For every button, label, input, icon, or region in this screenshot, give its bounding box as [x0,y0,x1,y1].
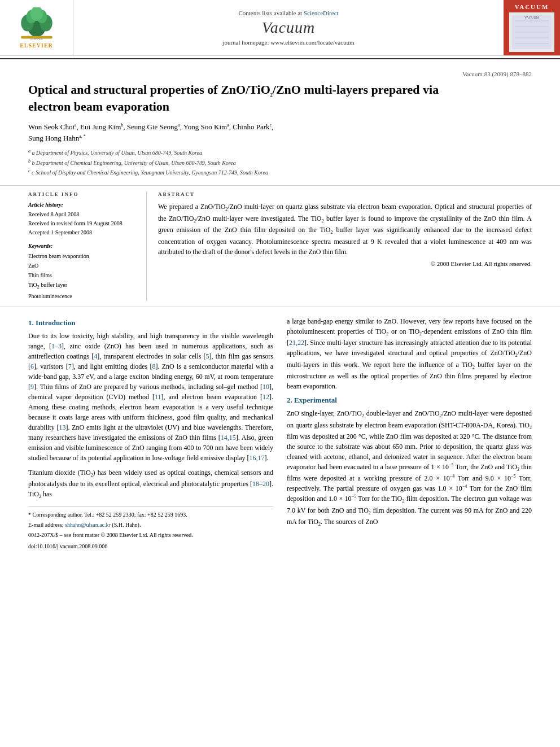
intro-paragraph-2: Titanium dioxide (TiO2) has been widely … [28,468,273,501]
svg-text:ELSEVIER: ELSEVIER [30,38,43,41]
abstract-column: ABSTRACT We prepared a ZnO/TiO2/ZnO mult… [158,191,532,301]
science-direct-link[interactable]: ScienceDirect [304,10,339,16]
right-column: a large band-gap energy similar to ZnO. … [287,316,532,551]
ref-21-22[interactable]: 21,22 [289,339,304,347]
info-section: ARTICLE INFO Article history: Received 8… [0,186,560,307]
email-link[interactable]: shhahn@ulsan.ac.kr [65,522,111,528]
journal-header-center: Contents lists available at ScienceDirec… [73,0,504,55]
keyword-4: TiO2 buffer layer [28,280,138,291]
article-header: Vacuum 83 (2009) 878–882 Optical and str… [0,59,560,186]
ref-7[interactable]: 7 [68,362,72,370]
ref-16-17[interactable]: 16,17 [250,454,265,462]
vacuum-cover-image: VACUUM [509,12,554,52]
ref-10[interactable]: 10 [262,383,269,391]
main-content: 1. Introduction Due to its low toxicity,… [0,307,560,560]
keyword-2: ZnO [28,261,138,270]
article-info-column: ARTICLE INFO Article history: Received 8… [28,191,147,301]
science-direct-text: Contents lists available at ScienceDirec… [238,10,338,16]
elsevier-brand: ELSEVIER [20,42,53,49]
abstract-text: We prepared a ZnO/TiO2/ZnO multi-layer o… [158,202,532,256]
experimental-title: 2. Experimental [287,396,532,405]
accepted-date: Accepted 1 September 2008 [28,228,138,237]
left-column: 1. Introduction Due to its low toxicity,… [28,316,273,551]
received-revised-date: Received in revised form 19 August 2008 [28,219,138,228]
ref-6[interactable]: 6 [30,362,34,370]
article-authors: Won Seok Choia, Eui Jung Kimb, Seung Gie… [28,121,532,143]
ref-18-20[interactable]: 18–20 [252,480,269,488]
ref-14-15[interactable]: 14,15 [221,434,236,442]
article-info-label: ARTICLE INFO [28,191,138,197]
vacuum-logo-box: VACUUM VACUUM [504,0,560,55]
abstract-label: ABSTRACT [158,191,532,197]
page-header: ELSEVIER ELSEVIER Contents lists availab… [0,0,560,59]
affiliations: a a Department of Physics, University of… [28,148,532,177]
ref-8[interactable]: 8 [152,362,156,370]
keyword-3: Thin films [28,270,138,280]
journal-name-header: Vacuum [262,19,316,37]
ref-5[interactable]: 5 [206,352,209,360]
footnote-area: * Corresponding author. Tel.: +82 52 259… [28,506,273,551]
email-footnote: E-mail address: shhahn@ulsan.ac.kr (S.H.… [28,521,273,530]
elsevier-logo: ELSEVIER ELSEVIER [0,0,73,55]
vacuum-brand: VACUUM [515,3,549,10]
received-date: Received 8 April 2008 [28,210,138,219]
ref-1-3[interactable]: 1–3 [51,342,62,350]
copyright-text: © 2008 Elsevier Ltd. All rights reserved… [158,260,532,267]
article-title: Optical and structural properties of ZnO… [28,82,532,115]
doi-line: doi:10.1016/j.vacuum.2008.09.006 [28,542,273,551]
corresponding-author: * Corresponding author. Tel.: +82 52 259… [28,510,273,519]
ref-13[interactable]: 13 [59,423,65,431]
ref-12[interactable]: 12 [262,393,269,401]
issn-line: 0042-207X/$ – see front matter © 2008 El… [28,531,273,540]
ref-9[interactable]: 9 [30,383,34,391]
intro-paragraph-1: Due to its low toxicity, high stability,… [28,331,273,463]
journal-issue: Vacuum 83 (2009) 878–882 [28,71,532,77]
header-top-bar: ELSEVIER ELSEVIER Contents lists availab… [0,0,560,56]
introduction-title: 1. Introduction [28,318,273,327]
journal-homepage: journal homepage: www.elsevier.com/locat… [222,39,354,46]
keywords-label: Keywords: [28,243,138,249]
ref-11[interactable]: 11 [155,393,161,401]
ref-4[interactable]: 4 [94,352,97,360]
right-intro-continuation: a large band-gap energy similar to ZnO. … [287,316,532,391]
history-label: Article history: [28,202,138,208]
keyword-1: Electron beam evaporation [28,251,138,261]
experimental-paragraph: ZnO single-layer, ZnO/TiO2 double-layer … [287,408,532,528]
keyword-5: Photoluminescence [28,291,138,301]
svg-text:VACUUM: VACUUM [524,16,540,19]
